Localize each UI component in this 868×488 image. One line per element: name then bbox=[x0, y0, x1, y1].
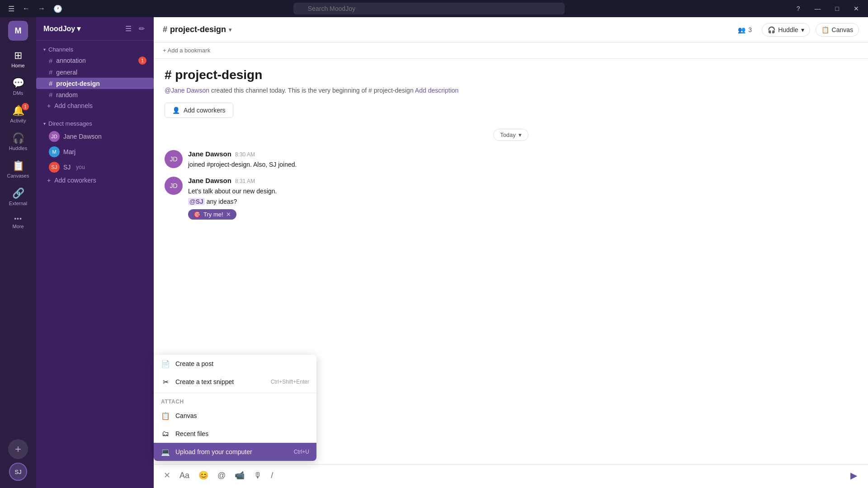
create-snippet-label: Create a text snippet bbox=[175, 378, 234, 385]
upload-item[interactable]: 💻 Upload from your computer Ctrl+U bbox=[154, 443, 316, 461]
search-input[interactable] bbox=[293, 3, 565, 14]
today-button[interactable]: Today ▾ bbox=[493, 129, 528, 141]
dm-avatar-marj: M bbox=[49, 146, 60, 157]
today-chevron-icon: ▾ bbox=[519, 131, 522, 138]
dm-avatar-jane: JD bbox=[49, 131, 60, 142]
today-label: Today bbox=[500, 131, 516, 138]
recent-files-item[interactable]: 🗂 Recent files bbox=[154, 425, 316, 443]
dm-arrow-icon: ▾ bbox=[43, 121, 46, 126]
channel-intro: # project-design @Jane Dawson created th… bbox=[165, 68, 857, 118]
add-description-link[interactable]: Add description bbox=[415, 87, 459, 94]
video-icon: 📹 bbox=[235, 471, 245, 480]
channel-name-header: # project-design ▾ bbox=[163, 25, 231, 34]
channel-name-general: general bbox=[56, 69, 77, 76]
channel-chevron-icon[interactable]: ▾ bbox=[229, 27, 231, 33]
add-channels-item[interactable]: + Add channels bbox=[36, 100, 154, 111]
dm-item-jane[interactable]: JD Jane Dawson bbox=[36, 129, 154, 144]
workspace-chevron-icon: ▾ bbox=[77, 24, 80, 33]
dm-section: ▾ Direct messages JD Jane Dawson M Marj … bbox=[36, 115, 154, 189]
add-coworkers-button[interactable]: 👤 Add coworkers bbox=[165, 103, 233, 118]
maximize-button[interactable]: □ bbox=[832, 4, 843, 13]
channel-item-annotation[interactable]: # annotation 1 bbox=[36, 55, 154, 66]
titlebar: ☰ ← → 🕐 🔍 ? — □ ✕ bbox=[0, 0, 868, 17]
sidebar-item-more[interactable]: ••• More bbox=[3, 211, 33, 233]
hash-icon: # bbox=[49, 68, 52, 76]
message-author-2: Jane Dawson bbox=[188, 177, 231, 184]
try-me-icon: 🎯 bbox=[193, 211, 201, 218]
channel-intro-text: @Jane Dawson created this channel today.… bbox=[165, 86, 857, 95]
main-content: # project-design ▾ 👥 3 🎧 Huddle ▾ 📋 Can bbox=[154, 17, 868, 488]
dm-name-jane: Jane Dawson bbox=[63, 133, 102, 140]
create-post-item[interactable]: 📄 Create a post bbox=[154, 355, 316, 373]
mic-button[interactable]: 🎙 bbox=[251, 469, 264, 482]
dropdown-separator bbox=[154, 393, 316, 393]
channel-item-general[interactable]: # general bbox=[36, 66, 154, 78]
home-label: Home bbox=[11, 63, 24, 68]
upload-label: Upload from your computer bbox=[175, 448, 252, 455]
help-button[interactable]: ? bbox=[793, 4, 804, 13]
huddle-chevron-icon: ▾ bbox=[801, 26, 804, 33]
dm-item-sj[interactable]: SJ SJ you bbox=[36, 160, 154, 175]
channel-title-area: # project-design ▾ bbox=[163, 25, 231, 34]
sidebar-item-huddles[interactable]: 🎧 Huddles bbox=[3, 129, 33, 155]
mention-button[interactable]: @ bbox=[215, 469, 228, 482]
try-me-badge[interactable]: 🎯 Try me! ✕ bbox=[188, 206, 857, 220]
add-coworkers-sidebar[interactable]: + Add coworkers bbox=[36, 175, 154, 186]
nav-back-button[interactable]: ← bbox=[20, 4, 33, 14]
channel-topbar: # project-design ▾ 👥 3 🎧 Huddle ▾ 📋 Can bbox=[154, 17, 868, 42]
message-time-1: 8:30 AM bbox=[235, 151, 255, 158]
dms-icon: 💬 bbox=[12, 77, 24, 89]
today-divider: Today ▾ bbox=[165, 129, 857, 141]
add-workspace-button[interactable]: + bbox=[8, 439, 28, 459]
nav-forward-button[interactable]: → bbox=[35, 4, 48, 14]
slash-button[interactable]: / bbox=[268, 469, 276, 482]
avatar-initials: SJ bbox=[14, 469, 21, 475]
sidebar-item-home[interactable]: ⊞ Home bbox=[3, 46, 33, 72]
message-row-2: JD Jane Dawson 8:31 AM Let's talk about … bbox=[165, 177, 857, 220]
sidebar-item-external[interactable]: 🔗 External bbox=[3, 184, 33, 210]
message-toolbar: ✕ Aa 😊 @ 📹 🎙 / ▶ bbox=[161, 468, 861, 483]
hash-icon: # bbox=[49, 91, 52, 99]
sidebar-item-activity[interactable]: 1 🔔 Activity bbox=[3, 101, 33, 127]
nav-history-button[interactable]: 🕐 bbox=[51, 4, 65, 14]
emoji-button[interactable]: 😊 bbox=[196, 469, 211, 482]
more-label: More bbox=[12, 224, 24, 229]
video-button[interactable]: 📹 bbox=[232, 469, 247, 482]
canvas-button[interactable]: 📋 Canvas bbox=[816, 23, 859, 37]
emoji-icon: 😊 bbox=[198, 471, 208, 480]
attach-canvas-item[interactable]: 📋 Canvas bbox=[154, 407, 316, 425]
icon-bar: M ⊞ Home 💬 DMs 1 🔔 Activity 🎧 Huddles 📋 … bbox=[0, 17, 36, 488]
message-header-2: Jane Dawson 8:31 AM bbox=[188, 177, 857, 184]
add-bookmark-button[interactable]: + Add a bookmark bbox=[163, 47, 210, 54]
channel-item-random[interactable]: # random bbox=[36, 89, 154, 100]
sidebar-item-dms[interactable]: 💬 DMs bbox=[3, 74, 33, 99]
channels-section: ▾ Channels # annotation 1 # general # pr… bbox=[36, 41, 154, 115]
format-button[interactable]: Aa bbox=[177, 469, 192, 482]
channels-label: Channels bbox=[48, 46, 73, 53]
minimize-button[interactable]: — bbox=[811, 4, 825, 13]
channel-item-project-design[interactable]: # project-design bbox=[36, 78, 154, 89]
sidebar-item-canvases[interactable]: 📋 Canvases bbox=[3, 156, 33, 182]
create-snippet-item[interactable]: ✂ Create a text snippet Ctrl+Shift+Enter bbox=[154, 373, 316, 391]
huddle-button[interactable]: 🎧 Huddle ▾ bbox=[762, 23, 810, 37]
members-button[interactable]: 👥 3 bbox=[733, 23, 756, 36]
user-avatar[interactable]: SJ bbox=[9, 463, 27, 481]
jane-dawson-mention[interactable]: @Jane Dawson bbox=[165, 87, 209, 94]
send-button[interactable]: ▶ bbox=[847, 468, 861, 483]
huddles-icon: 🎧 bbox=[12, 132, 24, 144]
channels-header[interactable]: ▾ Channels bbox=[36, 44, 154, 55]
channel-name-random: random bbox=[56, 91, 77, 99]
external-label: External bbox=[9, 201, 27, 206]
add-coworkers-person-icon: 👤 bbox=[172, 107, 180, 114]
close-button[interactable]: ✕ bbox=[850, 4, 863, 13]
try-me-close-icon[interactable]: ✕ bbox=[226, 211, 231, 218]
dm-item-marj[interactable]: M Marj bbox=[36, 144, 154, 160]
filter-button[interactable]: ☰ bbox=[123, 23, 133, 35]
workspace-name[interactable]: MoodJoy ▾ bbox=[43, 24, 80, 33]
compose-button[interactable]: ✏ bbox=[137, 23, 146, 35]
message-row-1: JD Jane Dawson 8:30 AM joined #project-d… bbox=[165, 150, 857, 169]
close-toolbar-button[interactable]: ✕ bbox=[161, 469, 173, 482]
nav-menu-icon[interactable]: ☰ bbox=[5, 4, 17, 14]
titlebar-nav: ☰ ← → 🕐 bbox=[5, 4, 65, 14]
dm-header[interactable]: ▾ Direct messages bbox=[36, 118, 154, 129]
